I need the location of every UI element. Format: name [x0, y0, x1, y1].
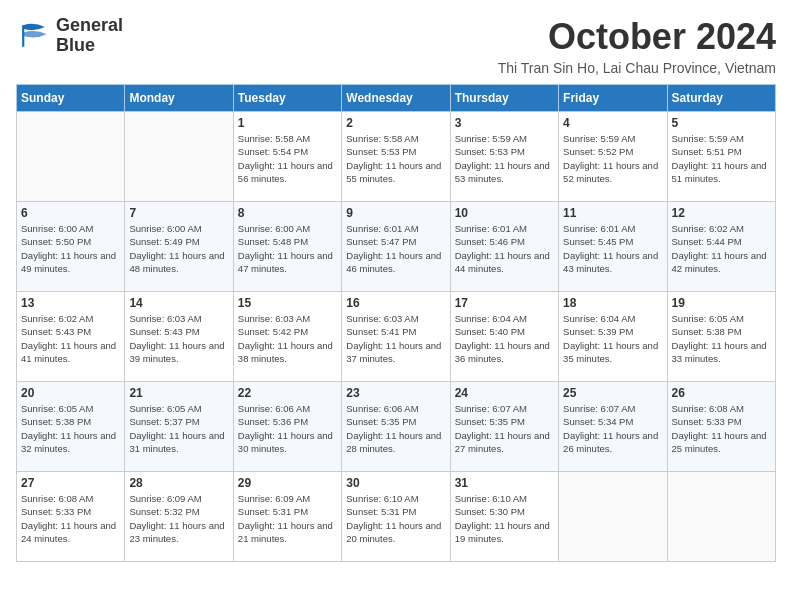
day-info: Sunrise: 6:10 AM Sunset: 5:30 PM Dayligh… [455, 492, 554, 545]
day-cell: 28Sunrise: 6:09 AM Sunset: 5:32 PM Dayli… [125, 472, 233, 562]
day-cell: 9Sunrise: 6:01 AM Sunset: 5:47 PM Daylig… [342, 202, 450, 292]
day-number: 20 [21, 386, 120, 400]
day-info: Sunrise: 6:01 AM Sunset: 5:46 PM Dayligh… [455, 222, 554, 275]
day-info: Sunrise: 6:02 AM Sunset: 5:43 PM Dayligh… [21, 312, 120, 365]
day-info: Sunrise: 5:59 AM Sunset: 5:52 PM Dayligh… [563, 132, 662, 185]
day-info: Sunrise: 5:59 AM Sunset: 5:51 PM Dayligh… [672, 132, 771, 185]
day-number: 7 [129, 206, 228, 220]
day-cell: 1Sunrise: 5:58 AM Sunset: 5:54 PM Daylig… [233, 112, 341, 202]
day-info: Sunrise: 6:10 AM Sunset: 5:31 PM Dayligh… [346, 492, 445, 545]
day-cell: 20Sunrise: 6:05 AM Sunset: 5:38 PM Dayli… [17, 382, 125, 472]
day-info: Sunrise: 6:02 AM Sunset: 5:44 PM Dayligh… [672, 222, 771, 275]
calendar-header: SundayMondayTuesdayWednesdayThursdayFrid… [17, 85, 776, 112]
day-number: 25 [563, 386, 662, 400]
day-number: 15 [238, 296, 337, 310]
day-cell: 2Sunrise: 5:58 AM Sunset: 5:53 PM Daylig… [342, 112, 450, 202]
day-cell: 19Sunrise: 6:05 AM Sunset: 5:38 PM Dayli… [667, 292, 775, 382]
week-row-4: 20Sunrise: 6:05 AM Sunset: 5:38 PM Dayli… [17, 382, 776, 472]
day-number: 14 [129, 296, 228, 310]
day-number: 19 [672, 296, 771, 310]
day-info: Sunrise: 5:58 AM Sunset: 5:54 PM Dayligh… [238, 132, 337, 185]
day-number: 8 [238, 206, 337, 220]
day-cell: 30Sunrise: 6:10 AM Sunset: 5:31 PM Dayli… [342, 472, 450, 562]
day-cell: 17Sunrise: 6:04 AM Sunset: 5:40 PM Dayli… [450, 292, 558, 382]
day-number: 10 [455, 206, 554, 220]
day-info: Sunrise: 6:04 AM Sunset: 5:39 PM Dayligh… [563, 312, 662, 365]
day-info: Sunrise: 6:00 AM Sunset: 5:49 PM Dayligh… [129, 222, 228, 275]
logo-text-block: General Blue [56, 16, 123, 56]
day-cell: 18Sunrise: 6:04 AM Sunset: 5:39 PM Dayli… [559, 292, 667, 382]
day-info: Sunrise: 6:07 AM Sunset: 5:35 PM Dayligh… [455, 402, 554, 455]
day-number: 28 [129, 476, 228, 490]
day-number: 23 [346, 386, 445, 400]
day-cell: 23Sunrise: 6:06 AM Sunset: 5:35 PM Dayli… [342, 382, 450, 472]
day-info: Sunrise: 6:00 AM Sunset: 5:48 PM Dayligh… [238, 222, 337, 275]
day-number: 24 [455, 386, 554, 400]
day-number: 21 [129, 386, 228, 400]
calendar-body: 1Sunrise: 5:58 AM Sunset: 5:54 PM Daylig… [17, 112, 776, 562]
day-info: Sunrise: 6:01 AM Sunset: 5:45 PM Dayligh… [563, 222, 662, 275]
day-cell: 31Sunrise: 6:10 AM Sunset: 5:30 PM Dayli… [450, 472, 558, 562]
day-info: Sunrise: 6:05 AM Sunset: 5:38 PM Dayligh… [672, 312, 771, 365]
day-info: Sunrise: 6:03 AM Sunset: 5:41 PM Dayligh… [346, 312, 445, 365]
day-cell: 15Sunrise: 6:03 AM Sunset: 5:42 PM Dayli… [233, 292, 341, 382]
day-info: Sunrise: 6:06 AM Sunset: 5:35 PM Dayligh… [346, 402, 445, 455]
day-number: 9 [346, 206, 445, 220]
day-info: Sunrise: 6:09 AM Sunset: 5:31 PM Dayligh… [238, 492, 337, 545]
day-number: 2 [346, 116, 445, 130]
day-number: 18 [563, 296, 662, 310]
day-info: Sunrise: 6:09 AM Sunset: 5:32 PM Dayligh… [129, 492, 228, 545]
day-number: 11 [563, 206, 662, 220]
day-info: Sunrise: 6:04 AM Sunset: 5:40 PM Dayligh… [455, 312, 554, 365]
header-cell-friday: Friday [559, 85, 667, 112]
day-number: 26 [672, 386, 771, 400]
header-cell-saturday: Saturday [667, 85, 775, 112]
day-cell [667, 472, 775, 562]
day-cell: 29Sunrise: 6:09 AM Sunset: 5:31 PM Dayli… [233, 472, 341, 562]
day-cell: 24Sunrise: 6:07 AM Sunset: 5:35 PM Dayli… [450, 382, 558, 472]
day-number: 30 [346, 476, 445, 490]
week-row-2: 6Sunrise: 6:00 AM Sunset: 5:50 PM Daylig… [17, 202, 776, 292]
day-cell: 13Sunrise: 6:02 AM Sunset: 5:43 PM Dayli… [17, 292, 125, 382]
day-cell [17, 112, 125, 202]
day-info: Sunrise: 5:59 AM Sunset: 5:53 PM Dayligh… [455, 132, 554, 185]
header-row: SundayMondayTuesdayWednesdayThursdayFrid… [17, 85, 776, 112]
logo-blue: Blue [56, 36, 123, 56]
day-cell: 22Sunrise: 6:06 AM Sunset: 5:36 PM Dayli… [233, 382, 341, 472]
title-area: October 2024 Thi Tran Sin Ho, Lai Chau P… [498, 16, 776, 76]
day-cell: 4Sunrise: 5:59 AM Sunset: 5:52 PM Daylig… [559, 112, 667, 202]
day-number: 12 [672, 206, 771, 220]
day-number: 13 [21, 296, 120, 310]
day-info: Sunrise: 6:03 AM Sunset: 5:42 PM Dayligh… [238, 312, 337, 365]
page-header: General Blue October 2024 Thi Tran Sin H… [16, 16, 776, 76]
header-cell-sunday: Sunday [17, 85, 125, 112]
day-cell [559, 472, 667, 562]
day-info: Sunrise: 6:08 AM Sunset: 5:33 PM Dayligh… [672, 402, 771, 455]
day-cell: 21Sunrise: 6:05 AM Sunset: 5:37 PM Dayli… [125, 382, 233, 472]
location-subtitle: Thi Tran Sin Ho, Lai Chau Province, Viet… [498, 60, 776, 76]
day-number: 17 [455, 296, 554, 310]
week-row-3: 13Sunrise: 6:02 AM Sunset: 5:43 PM Dayli… [17, 292, 776, 382]
day-number: 27 [21, 476, 120, 490]
day-cell: 7Sunrise: 6:00 AM Sunset: 5:49 PM Daylig… [125, 202, 233, 292]
day-number: 29 [238, 476, 337, 490]
day-cell: 16Sunrise: 6:03 AM Sunset: 5:41 PM Dayli… [342, 292, 450, 382]
day-cell: 12Sunrise: 6:02 AM Sunset: 5:44 PM Dayli… [667, 202, 775, 292]
day-info: Sunrise: 6:00 AM Sunset: 5:50 PM Dayligh… [21, 222, 120, 275]
day-number: 22 [238, 386, 337, 400]
day-cell [125, 112, 233, 202]
day-cell: 26Sunrise: 6:08 AM Sunset: 5:33 PM Dayli… [667, 382, 775, 472]
header-cell-thursday: Thursday [450, 85, 558, 112]
day-info: Sunrise: 6:07 AM Sunset: 5:34 PM Dayligh… [563, 402, 662, 455]
day-info: Sunrise: 6:01 AM Sunset: 5:47 PM Dayligh… [346, 222, 445, 275]
week-row-1: 1Sunrise: 5:58 AM Sunset: 5:54 PM Daylig… [17, 112, 776, 202]
day-number: 5 [672, 116, 771, 130]
logo-icon [16, 18, 52, 54]
day-info: Sunrise: 6:08 AM Sunset: 5:33 PM Dayligh… [21, 492, 120, 545]
day-number: 3 [455, 116, 554, 130]
header-cell-monday: Monday [125, 85, 233, 112]
day-cell: 3Sunrise: 5:59 AM Sunset: 5:53 PM Daylig… [450, 112, 558, 202]
day-info: Sunrise: 6:03 AM Sunset: 5:43 PM Dayligh… [129, 312, 228, 365]
day-number: 4 [563, 116, 662, 130]
logo: General Blue [16, 16, 123, 56]
